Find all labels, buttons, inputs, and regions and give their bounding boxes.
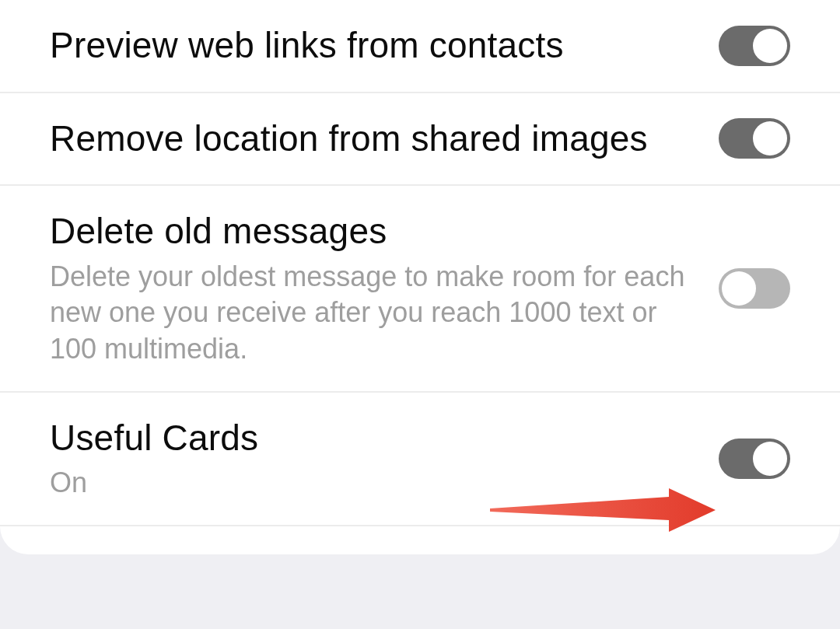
toggle-knob-icon — [753, 121, 787, 156]
useful-cards-toggle[interactable] — [719, 439, 790, 479]
delete-old-messages-toggle[interactable] — [719, 268, 790, 309]
setting-row-preview-web-links[interactable]: Preview web links from contacts — [0, 0, 840, 93]
toggle-knob-icon — [753, 442, 787, 476]
setting-title: Useful Cards — [50, 416, 700, 461]
setting-subtitle: On — [50, 465, 700, 501]
setting-title: Remove location from shared images — [50, 117, 700, 162]
setting-row-delete-old-messages[interactable]: Delete old messages Delete your oldest m… — [0, 186, 840, 393]
setting-title: Delete old messages — [50, 209, 700, 254]
setting-row-remove-location[interactable]: Remove location from shared images — [0, 93, 840, 187]
setting-texts: Delete old messages Delete your oldest m… — [50, 209, 719, 368]
setting-texts: Remove location from shared images — [50, 117, 719, 162]
setting-texts: Preview web links from contacts — [50, 23, 719, 68]
toggle-knob-icon — [753, 29, 787, 63]
setting-row-useful-cards[interactable]: Useful Cards On — [0, 393, 840, 526]
setting-texts: Useful Cards On — [50, 416, 719, 501]
setting-subtitle: Delete your oldest message to make room … — [50, 259, 700, 368]
toggle-knob-icon — [722, 271, 756, 306]
settings-card: Preview web links from contacts Remove l… — [0, 0, 840, 554]
remove-location-toggle[interactable] — [719, 118, 790, 159]
preview-web-links-toggle[interactable] — [719, 26, 790, 66]
setting-title: Preview web links from contacts — [50, 23, 700, 68]
